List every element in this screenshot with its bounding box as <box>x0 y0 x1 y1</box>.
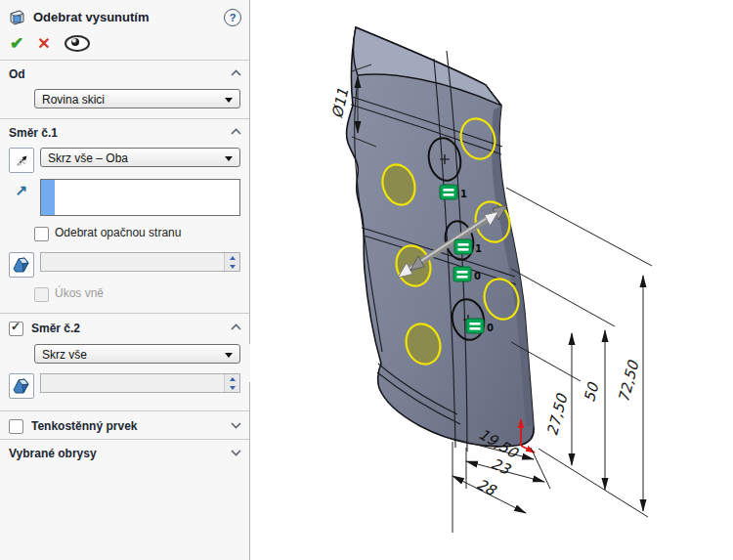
dimension-72-50[interactable]: 72,50 <box>615 358 643 405</box>
grip-model[interactable] <box>347 27 535 452</box>
property-manager-panel: Odebrat vysunutím ? ✔ ✕ Od Rovina skici … <box>0 0 250 560</box>
chevron-up-icon[interactable] <box>231 69 240 79</box>
svg-text:1: 1 <box>460 189 467 199</box>
flip-side-to-cut-checkbox[interactable] <box>34 227 49 241</box>
model-viewport[interactable]: 1 1 0 0 <box>250 0 733 560</box>
panel-header: Odebrat vysunutím ? <box>0 0 249 30</box>
solidworks-window: Odebrat vysunutím ? ✔ ✕ Od Rovina skici … <box>0 0 733 560</box>
draft-outward-label: Úkos vně <box>55 286 104 301</box>
panel-actions: ✔ ✕ <box>0 30 249 60</box>
svg-text:0: 0 <box>487 323 494 333</box>
chevron-up-icon[interactable] <box>231 128 240 138</box>
combo-dropdown-icon <box>225 156 233 161</box>
combo-dropdown-icon <box>225 98 233 103</box>
cancel-button[interactable]: ✕ <box>37 37 50 51</box>
direction1-section-label: Směr č.1 <box>9 126 231 140</box>
end-condition2-value: Skrz vše <box>42 348 87 362</box>
spin-down-icon[interactable] <box>225 383 239 392</box>
dimension-50[interactable]: 50 <box>581 380 603 405</box>
section-header-thin-feature: Tenkostěnný prvek <box>0 411 249 439</box>
combo-dropdown-icon <box>225 353 233 358</box>
selected-contours-label: Vybrané obrysy <box>9 447 231 460</box>
direction1-selection-listbox[interactable] <box>40 179 240 216</box>
dimension-27-50[interactable]: 27,50 <box>543 391 572 438</box>
help-icon[interactable]: ? <box>224 9 241 26</box>
draft-outward-checkbox[interactable] <box>34 287 49 302</box>
section-header-from: Od <box>0 61 249 86</box>
draft-angle-spinner-1[interactable] <box>40 252 240 272</box>
direction-vector-icon: ↗ <box>16 184 28 197</box>
spin-up-icon[interactable] <box>225 374 239 383</box>
svg-text:0: 0 <box>474 271 481 281</box>
thin-feature-label: Tenkostěnný prvek <box>31 419 231 433</box>
ok-button[interactable]: ✔ <box>10 37 23 51</box>
selection-highlight <box>41 180 55 215</box>
graphics-area: 1 1 0 0 <box>250 0 733 560</box>
panel-title: Odebrat vysunutím <box>33 10 217 24</box>
chevron-up-icon[interactable] <box>231 323 240 333</box>
end-condition1-value: Skrz vše – Oba <box>48 151 128 165</box>
section-header-direction1: Směr č.1 <box>0 119 249 145</box>
draft-icon <box>12 256 31 274</box>
svg-text:1: 1 <box>475 243 482 254</box>
section-header-selected-contours: Vybrané obrysy <box>0 440 249 465</box>
reverse-direction-icon <box>14 152 30 169</box>
draft-button-1[interactable] <box>9 252 34 278</box>
cut-extrude-feature-icon <box>8 8 26 26</box>
chevron-down-icon[interactable] <box>231 421 240 431</box>
thin-feature-checkbox[interactable] <box>9 419 23 434</box>
draft-angle-value-1 <box>41 253 224 271</box>
end-condition2-combobox[interactable]: Skrz vše <box>34 344 240 364</box>
draft-button-2[interactable] <box>9 373 34 399</box>
dimension-28[interactable]: 28 <box>474 475 499 499</box>
preview-eye-button[interactable] <box>65 35 90 52</box>
flip-side-to-cut-label: Odebrat opačnou stranu <box>55 226 181 240</box>
spin-up-icon[interactable] <box>225 253 239 262</box>
spin-down-icon[interactable] <box>225 262 239 271</box>
dimension-diameter[interactable]: Ø11 <box>328 87 352 120</box>
direction2-enable-checkbox[interactable] <box>9 322 23 336</box>
draft-icon <box>12 377 31 395</box>
from-combobox[interactable]: Rovina skici <box>34 89 240 108</box>
draft-angle-value-2 <box>41 374 224 392</box>
reverse-direction-button[interactable] <box>9 148 34 173</box>
section-header-direction2: Směr č.2 <box>0 314 249 341</box>
chevron-down-icon[interactable] <box>231 449 240 458</box>
direction2-section-label: Směr č.2 <box>31 322 231 335</box>
draft-angle-spinner-2[interactable] <box>40 373 240 393</box>
end-condition1-combobox[interactable]: Skrz vše – Oba <box>40 148 240 167</box>
from-section-label: Od <box>9 67 231 81</box>
from-combobox-value: Rovina skici <box>42 93 105 107</box>
